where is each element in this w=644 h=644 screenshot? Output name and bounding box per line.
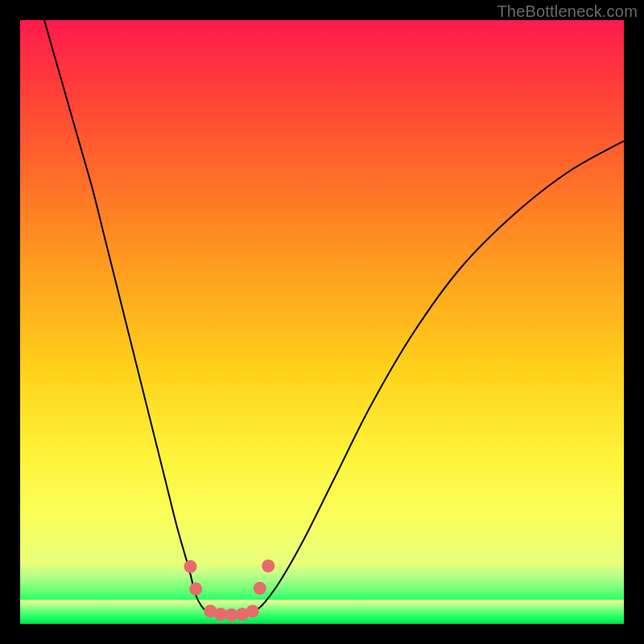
left-lower-dot [189,583,202,596]
curve-paths [44,20,624,616]
left-upper-dot [184,560,197,573]
valley-dot-5 [246,605,259,617]
watermark-text: TheBottleneck.com [497,2,638,21]
marker-dots [184,559,275,621]
bottleneck-curve [44,20,624,616]
right-lower-dot [254,582,266,595]
outer-frame: TheBottleneck.com [0,0,644,644]
plot-area [20,20,624,624]
right-upper-dot [262,559,275,572]
chart-svg [20,20,624,624]
